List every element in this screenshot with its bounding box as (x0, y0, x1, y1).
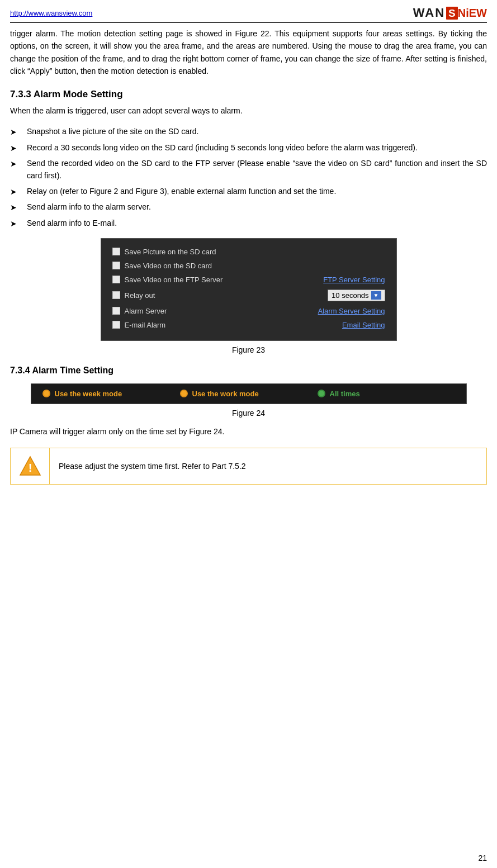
checkbox-save-video-ftp[interactable] (112, 276, 120, 283)
bullet-arrow-icon: ➤ (10, 126, 21, 139)
bullet-arrow-icon: ➤ (10, 218, 21, 230)
figure-24-caption: Figure 24 (232, 409, 265, 418)
radio-work-icon[interactable] (180, 390, 188, 397)
list-item: ➤ Send alarm info to the alarm server. (10, 201, 487, 214)
notice-box: ! Please adjust the system time first. R… (10, 448, 487, 485)
website-link[interactable]: http://www.wansview.com (10, 9, 92, 17)
page-number: 21 (478, 853, 487, 862)
checkbox-label-save-video-ftp: Save Video on the FTP Server (125, 276, 223, 284)
figure-row-4: Relay out 10 seconds ▼ (112, 290, 385, 301)
radio-row: Use the week mode Use the work mode All … (42, 390, 455, 398)
relay-time-dropdown-container: 10 seconds ▼ (328, 290, 385, 301)
svg-text:!: ! (28, 462, 32, 474)
list-item-text: Snapshot a live picture of the site on t… (27, 126, 198, 138)
figure-24-container: Use the week mode Use the work mode All … (10, 383, 487, 418)
radio-week-label: Use the week mode (55, 390, 122, 398)
checkbox-item-1: Save Picture on the SD card (112, 248, 385, 256)
alarm-server-setting-link[interactable]: Alarm Server Setting (318, 307, 385, 315)
checkbox-item-5: Alarm Server (112, 307, 318, 315)
bullet-arrow-icon: ➤ (10, 143, 21, 155)
checkbox-item-2: Save Video on the SD card (112, 262, 385, 270)
section-734-title: 7.3.4 Alarm Time Setting (10, 366, 487, 376)
list-item: ➤ Relay on (refer to Figure 2 and Figure… (10, 186, 487, 198)
radio-week-icon[interactable] (42, 390, 50, 397)
figure-23-container: Save Picture on the SD card Save Video o… (10, 238, 487, 354)
relay-time-value: 10 seconds (332, 291, 369, 300)
figure-row-3: Save Video on the FTP Server FTP Server … (112, 276, 385, 284)
relay-time-dropdown[interactable]: 10 seconds ▼ (328, 290, 385, 301)
list-item-text: Send alarm info to E-mail. (27, 217, 117, 230)
radio-alltimes-icon[interactable] (318, 390, 325, 397)
intro-paragraph: trigger alarm. The motion detection sett… (10, 27, 487, 78)
bullet-arrow-icon: ➤ (10, 158, 21, 170)
email-setting-link[interactable]: Email Setting (342, 321, 385, 329)
radio-group-alltimes: All times (318, 390, 455, 398)
after-figure24-text: IP Camera will trigger alarm only on the… (10, 425, 487, 438)
list-item-text: Send the recorded video on the SD card t… (27, 158, 487, 182)
figure-row-2: Save Video on the SD card (112, 262, 385, 270)
radio-work-label: Use the work mode (192, 390, 259, 398)
figure-row-5: Alarm Server Alarm Server Setting (112, 307, 385, 315)
dropdown-arrow-icon: ▼ (371, 291, 381, 300)
list-item: ➤ Send alarm info to E-mail. (10, 217, 487, 230)
checkbox-item-4: Relay out (112, 291, 328, 300)
radio-group-work: Use the work mode (180, 390, 318, 398)
checkbox-label-save-video-sd: Save Video on the SD card (125, 262, 212, 270)
ftp-server-setting-link[interactable]: FTP Server Setting (323, 276, 385, 284)
notice-icon-area: ! (11, 448, 50, 484)
notice-text: Please adjust the system time first. Ref… (59, 462, 246, 471)
section-733-intro: When the alarm is triggered, user can ad… (10, 105, 487, 117)
list-item-text: Relay on (refer to Figure 2 and Figure 3… (27, 186, 336, 198)
checkbox-label-save-picture: Save Picture on the SD card (125, 248, 216, 256)
figure-row-6: E-mail Alarm Email Setting (112, 321, 385, 329)
notice-text-area: Please adjust the system time first. Ref… (50, 448, 255, 484)
bullet-list-733: ➤ Snapshot a live picture of the site on… (10, 126, 487, 230)
section-733-title: 7.3.3 Alarm Mode Setting (10, 89, 487, 100)
checkbox-item-3: Save Video on the FTP Server (112, 276, 324, 284)
page-header: http://www.wansview.com WAN SNiEW (10, 6, 487, 23)
figure-23-box: Save Picture on the SD card Save Video o… (101, 238, 397, 341)
checkbox-alarm-server[interactable] (112, 307, 120, 315)
list-item-text: Record a 30 seconds long video on the SD… (27, 142, 418, 154)
radio-group-week: Use the week mode (42, 390, 180, 398)
checkbox-email-alarm[interactable] (112, 321, 120, 329)
checkbox-save-video-sd[interactable] (112, 262, 120, 269)
bullet-arrow-icon: ➤ (10, 202, 21, 214)
warning-icon: ! (19, 455, 41, 477)
checkbox-save-picture[interactable] (112, 248, 120, 255)
logo-wan-text: WAN (413, 6, 445, 20)
checkbox-label-relay-out: Relay out (125, 291, 155, 300)
list-item: ➤ Record a 30 seconds long video on the … (10, 142, 487, 155)
figure-24-box: Use the week mode Use the work mode All … (31, 383, 467, 404)
logo-sview-text: SNiEW (446, 7, 487, 20)
checkbox-item-6: E-mail Alarm (112, 321, 342, 329)
figure-row-1: Save Picture on the SD card (112, 248, 385, 256)
list-item-text: Send alarm info to the alarm server. (27, 201, 151, 214)
figure-23-caption: Figure 23 (232, 345, 265, 354)
checkbox-label-alarm-server: Alarm Server (125, 307, 167, 315)
radio-alltimes-label: All times (330, 390, 360, 398)
logo: WAN SNiEW (413, 6, 487, 20)
list-item: ➤ Snapshot a live picture of the site on… (10, 126, 487, 139)
checkbox-label-email-alarm: E-mail Alarm (125, 321, 166, 329)
checkbox-relay-out[interactable] (112, 291, 120, 299)
bullet-arrow-icon: ➤ (10, 186, 21, 198)
list-item: ➤ Send the recorded video on the SD card… (10, 158, 487, 182)
